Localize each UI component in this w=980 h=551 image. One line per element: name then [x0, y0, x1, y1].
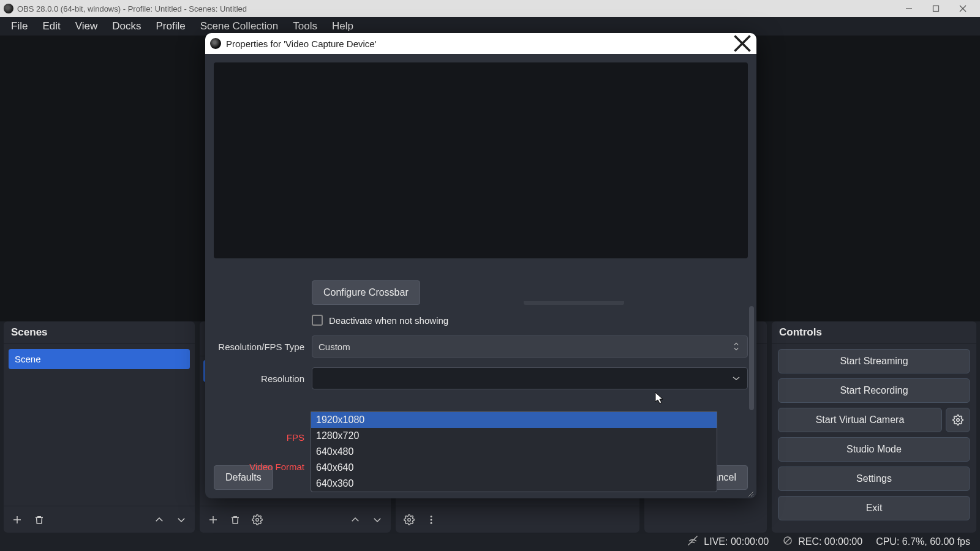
res-fps-type-label: Resolution/FPS Type [214, 342, 312, 352]
window-titlebar: OBS 28.0.0 (64-bit, windows) - Profile: … [0, 0, 980, 17]
menu-docks[interactable]: Docks [106, 18, 147, 35]
chevron-down-icon [730, 368, 742, 389]
resolution-option[interactable]: 1920x1080 [311, 412, 717, 428]
window-maximize-button[interactable] [922, 0, 949, 17]
source-move-up-button[interactable] [347, 511, 364, 528]
exit-button[interactable]: Exit [778, 496, 970, 520]
panel-divider [524, 301, 624, 305]
dialog-title-text: Properties for 'Video Capture Device' [226, 39, 377, 49]
controls-panel: Controls Start Streaming Start Recording… [772, 321, 976, 533]
menu-help[interactable]: Help [326, 18, 360, 35]
menu-profile[interactable]: Profile [149, 18, 191, 35]
configure-crossbar-button[interactable]: Configure Crossbar [312, 280, 420, 305]
dialog-preview [214, 62, 748, 258]
window-title: OBS 28.0.0 (64-bit, windows) - Profile: … [17, 4, 247, 13]
updown-arrow-icon [730, 336, 742, 357]
resolution-option[interactable]: 1280x720 [311, 428, 717, 444]
defaults-button[interactable]: Defaults [214, 465, 273, 490]
mixer-settings-button[interactable] [401, 511, 418, 528]
status-rec: REC: 00:00:00 [798, 536, 862, 547]
scene-move-up-button[interactable] [151, 511, 168, 528]
svg-line-27 [753, 496, 753, 497]
menu-scene-collection[interactable]: Scene Collection [194, 18, 285, 35]
scenes-panel: Scenes Scene [4, 321, 195, 533]
properties-dialog: Properties for 'Video Capture Device' Co… [205, 33, 756, 498]
start-streaming-button[interactable]: Start Streaming [778, 349, 970, 373]
settings-button[interactable]: Settings [778, 467, 970, 491]
scene-add-button[interactable] [9, 511, 26, 528]
scene-remove-button[interactable] [31, 511, 48, 528]
menu-tools[interactable]: Tools [287, 18, 323, 35]
resolution-option[interactable]: 640x640 [311, 460, 717, 476]
scenes-header: Scenes [4, 321, 195, 344]
start-virtual-camera-button[interactable]: Start Virtual Camera [778, 408, 942, 432]
resolution-option[interactable]: 640x480 [311, 444, 717, 460]
dialog-obs-logo-icon [210, 38, 221, 49]
window-close-button[interactable] [949, 0, 976, 17]
obs-logo-icon [4, 4, 13, 13]
controls-header: Controls [772, 321, 976, 344]
svg-point-14 [431, 519, 432, 520]
virtual-camera-settings-button[interactable] [946, 408, 970, 432]
source-move-down-button[interactable] [369, 511, 386, 528]
dialog-scrollbar[interactable] [749, 306, 754, 410]
network-icon [687, 534, 699, 549]
svg-point-13 [431, 515, 432, 517]
menu-view[interactable]: View [69, 18, 104, 35]
source-add-button[interactable] [205, 511, 222, 528]
statusbar: LIVE: 00:00:00 REC: 00:00:00 CPU: 6.7%, … [0, 533, 980, 551]
source-remove-button[interactable] [227, 511, 244, 528]
svg-point-11 [256, 518, 259, 521]
status-live: LIVE: 00:00:00 [704, 536, 769, 547]
record-icon [782, 535, 793, 549]
resolution-option[interactable]: 640x360 [311, 476, 717, 492]
svg-line-25 [748, 492, 753, 497]
svg-point-12 [408, 518, 411, 521]
studio-mode-button[interactable]: Studio Mode [778, 437, 970, 462]
resize-grip-icon[interactable] [747, 489, 754, 496]
dialog-close-button[interactable] [733, 34, 752, 53]
start-recording-button[interactable]: Start Recording [778, 378, 970, 403]
resolution-select[interactable] [312, 367, 748, 389]
window-minimize-button[interactable] [895, 0, 922, 17]
svg-rect-1 [933, 6, 939, 12]
fps-label: FPS [214, 432, 312, 443]
status-cpu: CPU: 6.7%, 60.00 fps [876, 536, 970, 547]
svg-line-22 [785, 538, 791, 544]
resolution-label: Resolution [214, 373, 312, 384]
scene-row[interactable]: Scene [9, 349, 190, 369]
res-fps-type-select[interactable]: Custom [312, 335, 748, 358]
mixer-menu-button[interactable] [423, 511, 440, 528]
menu-file[interactable]: File [5, 18, 34, 35]
res-fps-type-value: Custom [318, 342, 350, 352]
svg-point-19 [957, 419, 960, 422]
resolution-dropdown: 1920x1080 1280x720 640x480 640x640 640x3… [311, 411, 717, 492]
deactivate-label: Deactivate when not showing [329, 315, 448, 326]
scene-move-down-button[interactable] [173, 511, 190, 528]
svg-point-15 [431, 522, 432, 523]
deactivate-checkbox[interactable] [312, 315, 323, 326]
menu-edit[interactable]: Edit [36, 18, 66, 35]
source-settings-button[interactable] [249, 511, 266, 528]
